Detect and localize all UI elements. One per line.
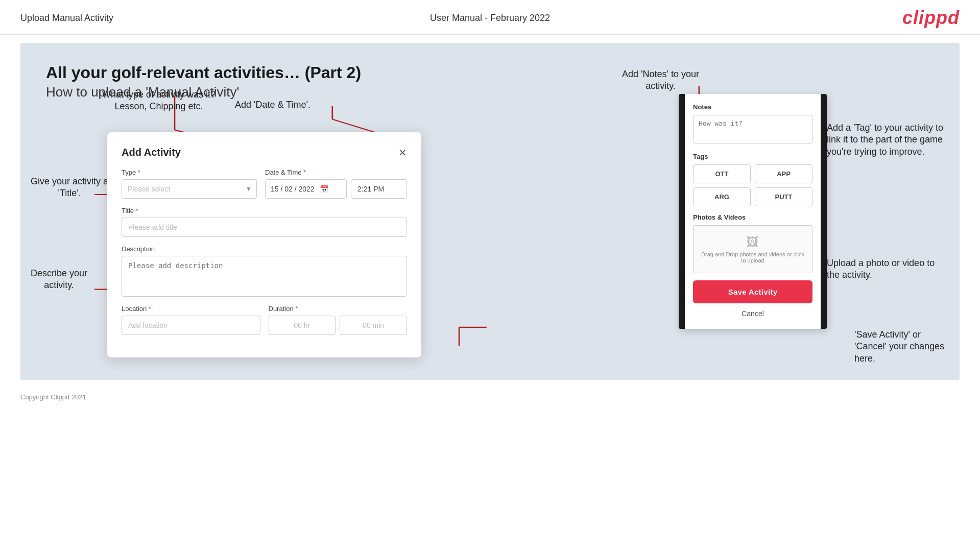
annotation-upload: Upload a photo or video to the activity. [827,257,944,281]
annotation-datetime: Add 'Date & Time'. [235,99,310,111]
cancel-link[interactable]: Cancel [693,309,812,318]
logo: clippd [902,7,960,29]
annotation-type: What type of activity was it?Lesson, Chi… [102,89,216,113]
duration-label: Duration * [269,305,408,313]
location-group: Location * [122,305,260,335]
photos-drop-zone[interactable]: 🖼 Drag and Drop photos and videos or cli… [693,225,812,273]
add-activity-modal: Add Activity ✕ Type * ▼ Please select [107,132,421,357]
photo-upload-icon: 🖼 [699,235,807,249]
annotation-save: 'Save Activity' or'Cancel' your changesh… [854,329,944,365]
photos-section-label: Photos & Videos [693,213,812,221]
annotation-title: Give your activity a'Title'. [31,176,108,200]
tag-putt[interactable]: PUTT [755,187,812,206]
datetime-label: Date & Time * [265,169,407,176]
annotation-tag: Add a 'Tag' to your activity to link it … [827,122,944,158]
datetime-group: Date & Time * 15 / 02 / 2022 📅 2:21 PM [265,169,407,199]
tag-arg[interactable]: ARG [693,187,751,206]
date-input[interactable]: 15 / 02 / 2022 📅 [265,179,347,199]
location-input[interactable] [122,316,260,335]
calendar-icon: 📅 [320,185,328,193]
footer: Copyright Clippd 2021 [0,388,980,406]
top-bar: Upload Manual Activity User Manual - Feb… [0,0,980,35]
modal-title: Add Activity [122,147,181,158]
modal-header: Add Activity ✕ [122,147,407,158]
date-value: 15 / 02 / 2022 [271,185,315,193]
time-input[interactable]: 2:21 PM [351,179,407,199]
location-label: Location * [122,305,260,313]
subtitle: User Manual - February 2022 [430,13,550,23]
duration-hr[interactable]: 00 hr [269,316,336,335]
annotation-desc: Describe youractivity. [31,268,87,292]
page-title: Upload Manual Activity [20,13,113,23]
title-group: Title * [122,207,407,237]
notes-textarea[interactable] [693,115,812,143]
tags-section-label: Tags [693,153,812,160]
photos-drop-text: Drag and Drop photos and videos or click… [699,251,807,263]
page-heading: All your golf-relevant activities… (Part… [46,63,934,82]
tag-ott[interactable]: OTT [693,164,751,183]
title-field-label: Title * [122,207,407,214]
close-button[interactable]: ✕ [398,148,407,158]
annotation-notes: Add 'Notes' to youractivity. [622,68,699,92]
description-group: Description [122,245,407,297]
type-label: Type * [122,169,257,176]
save-activity-button[interactable]: Save Activity [693,280,812,303]
description-label: Description [122,245,407,253]
duration-group: Duration * 00 hr 00 min [269,305,408,335]
type-group: Type * ▼ Please select [122,169,257,199]
tags-grid: OTT APP ARG PUTT [693,164,812,206]
duration-min[interactable]: 00 min [340,316,407,335]
type-select-wrapper[interactable]: ▼ Please select [122,179,257,199]
type-select[interactable] [122,179,257,199]
copyright-text: Copyright Clippd 2021 [20,393,86,401]
duration-inputs: 00 hr 00 min [269,316,408,335]
right-panel: Notes Tags OTT APP ARG PUTT Photos & Vid… [679,94,827,329]
location-duration-row: Location * Duration * 00 hr 00 min [122,305,407,335]
date-time-inputs: 15 / 02 / 2022 📅 2:21 PM [265,179,407,199]
description-textarea[interactable] [122,256,407,297]
type-datetime-row: Type * ▼ Please select Date & Time * 15 … [122,169,407,199]
main-content: All your golf-relevant activities… (Part… [20,43,960,380]
notes-section-label: Notes [693,103,812,111]
tag-app[interactable]: APP [755,164,812,183]
title-input[interactable] [122,218,407,237]
